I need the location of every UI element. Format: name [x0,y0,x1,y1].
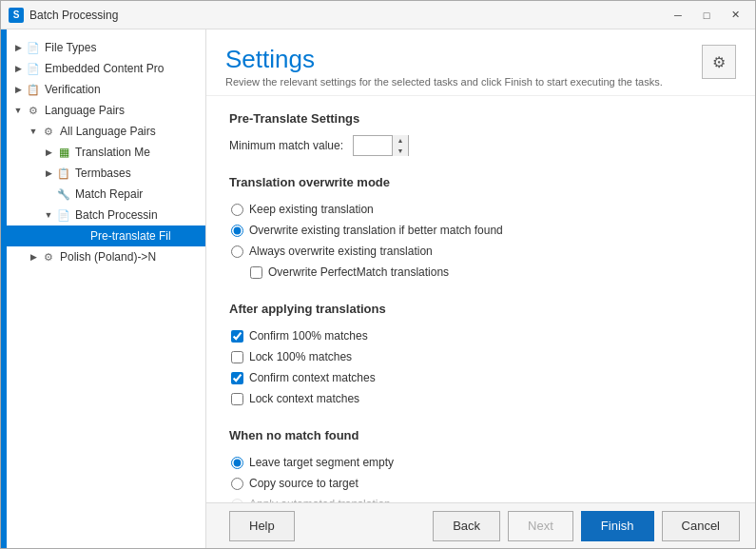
page-subtitle: Review the relevant settings for the sel… [225,76,663,88]
sidebar-item-label: Verification [45,83,101,96]
no-match-title: When no match found [229,428,732,442]
radio-leave-empty[interactable]: Leave target segment empty [229,452,732,473]
leave-empty-label: Leave target segment empty [249,456,394,469]
file-types-icon: 📄 [26,40,41,55]
radio-always-overwrite[interactable]: Always overwrite existing translation [229,241,732,262]
settings-gear-button[interactable]: ⚙ [702,45,736,79]
sidebar-item-language-pairs[interactable]: ▼ ⚙ Language Pairs [7,100,205,121]
overwrite-title: Translation overwrite mode [229,175,732,189]
overwrite-section: Translation overwrite mode Keep existing… [229,175,732,283]
verification-icon: 📋 [26,82,41,97]
sidebar-item-label: Polish (Poland)->N [60,250,156,264]
sidebar-item-batch-processing[interactable]: ▼ 📄 Batch Processin [7,205,205,225]
confirm-100-checkbox[interactable] [231,330,243,343]
footer-left: Help [222,511,425,541]
finish-button[interactable]: Finish [581,511,654,541]
confirm-100-label: Confirm 100% matches [249,329,368,343]
sidebar-item-pre-translate[interactable]: Pre-translate Fil [7,225,205,246]
language-pairs-icon: ⚙ [26,103,41,118]
window-controls: ─ □ ✕ [666,6,747,25]
overwrite-better-label: Overwrite existing translation if better… [249,224,503,237]
tree-arrow: ▶ [41,145,56,160]
gear-icon: ⚙ [712,53,726,71]
confirm-context-checkbox[interactable] [231,372,243,384]
sidebar-item-label: Translation Me [75,146,150,159]
after-applying-section: After applying translations Confirm 100%… [229,302,732,409]
radio-overwrite-better[interactable]: Overwrite existing translation if better… [229,220,732,241]
tree-arrow: ▶ [10,61,26,76]
content-area: ▶ 📄 File Types ▶ 📄 Embedded Content Pro … [1,29,755,548]
sidebar-item-verification[interactable]: ▶ 📋 Verification [7,79,205,100]
translation-me-icon: ▦ [56,145,71,160]
lock-100-checkbox[interactable] [231,351,243,363]
page-title-block: Settings Review the relevant settings fo… [225,45,663,88]
confirm-context-row[interactable]: Confirm context matches [229,367,732,388]
sidebar: ▶ 📄 File Types ▶ 📄 Embedded Content Pro … [7,29,206,548]
main-panel: Settings Review the relevant settings fo… [206,29,755,548]
min-match-input[interactable]: 90 [354,136,392,155]
main-window: S Batch Processing ─ □ ✕ ▶ 📄 File Types … [0,0,756,549]
minimize-button[interactable]: ─ [666,6,690,25]
spin-down-button[interactable]: ▼ [393,146,408,156]
after-applying-title: After applying translations [229,302,732,316]
help-button[interactable]: Help [229,511,295,541]
tree-arrow-placeholder [41,186,56,202]
lock-context-row[interactable]: Lock context matches [229,388,732,409]
maximize-button[interactable]: □ [694,6,719,25]
polish-icon: ⚙ [41,249,56,265]
sidebar-item-file-types[interactable]: ▶ 📄 File Types [7,37,205,58]
settings-body: Pre-Translate Settings Minimum match val… [206,96,755,502]
radio-keep-existing[interactable]: Keep existing translation [229,199,732,220]
lock-100-row[interactable]: Lock 100% matches [229,346,732,367]
spin-up-button[interactable]: ▲ [393,135,408,146]
radio-copy-source[interactable]: Copy source to target [229,473,732,494]
next-button[interactable]: Next [508,511,573,541]
radio-apply-automated: Apply automated translation [229,494,732,502]
keep-existing-radio[interactable] [231,204,243,216]
app-icon: S [9,8,24,23]
overwrite-perfectmatch-checkbox[interactable] [250,266,262,279]
back-button[interactable]: Back [433,511,500,541]
confirm-100-row[interactable]: Confirm 100% matches [229,325,732,346]
overwrite-perfectmatch-label: Overwrite PerfectMatch translations [268,265,449,279]
spinbox-arrows: ▲ ▼ [392,135,408,156]
sidebar-item-embedded-content[interactable]: ▶ 📄 Embedded Content Pro [7,58,205,79]
copy-source-label: Copy source to target [249,477,359,490]
sidebar-item-match-repair[interactable]: 🔧 Match Repair [7,184,205,205]
page-header: Settings Review the relevant settings fo… [206,29,755,96]
sidebar-item-label: Embedded Content Pro [45,62,164,75]
sidebar-item-termbases[interactable]: ▶ 📋 Termbases [7,163,205,184]
leave-empty-radio[interactable] [231,457,243,469]
no-match-section: When no match found Leave target segment… [229,428,732,502]
footer: Help Back Next Finish Cancel [206,502,755,548]
min-match-row: Minimum match value: 90 ▲ ▼ [229,135,732,156]
copy-source-radio[interactable] [231,478,243,490]
pretranslate-section: Pre-Translate Settings Minimum match val… [229,111,732,156]
close-button[interactable]: ✕ [723,6,747,25]
overwrite-better-radio[interactable] [231,225,243,237]
sidebar-item-all-language-pairs[interactable]: ▼ ⚙ All Language Pairs [7,121,205,142]
min-match-spinbox[interactable]: 90 ▲ ▼ [353,135,409,156]
page-title: Settings [225,45,663,74]
match-repair-icon: 🔧 [56,186,71,202]
sidebar-item-label: Match Repair [75,187,143,201]
confirm-context-label: Confirm context matches [249,371,376,384]
pre-translate-icon [71,228,87,244]
tree-arrow: ▶ [26,249,41,265]
cancel-button[interactable]: Cancel [662,511,740,541]
tree-arrow: ▶ [41,166,56,181]
overwrite-perfectmatch-row[interactable]: Overwrite PerfectMatch translations [229,262,732,283]
sidebar-item-polish[interactable]: ▶ ⚙ Polish (Poland)->N [7,246,205,267]
pretranslate-title: Pre-Translate Settings [229,111,732,126]
sidebar-item-label: Batch Processin [75,208,158,222]
sidebar-item-label: Pre-translate Fil [90,229,171,243]
tree-arrow-placeholder [56,228,71,244]
min-match-label: Minimum match value: [229,139,343,152]
keep-existing-label: Keep existing translation [249,203,374,216]
tree-arrow: ▼ [10,103,26,118]
embedded-content-icon: 📄 [26,61,41,76]
always-overwrite-radio[interactable] [231,245,243,258]
lock-context-checkbox[interactable] [231,393,243,405]
sidebar-item-label: All Language Pairs [60,125,156,138]
sidebar-item-translation-me[interactable]: ▶ ▦ Translation Me [7,142,205,163]
